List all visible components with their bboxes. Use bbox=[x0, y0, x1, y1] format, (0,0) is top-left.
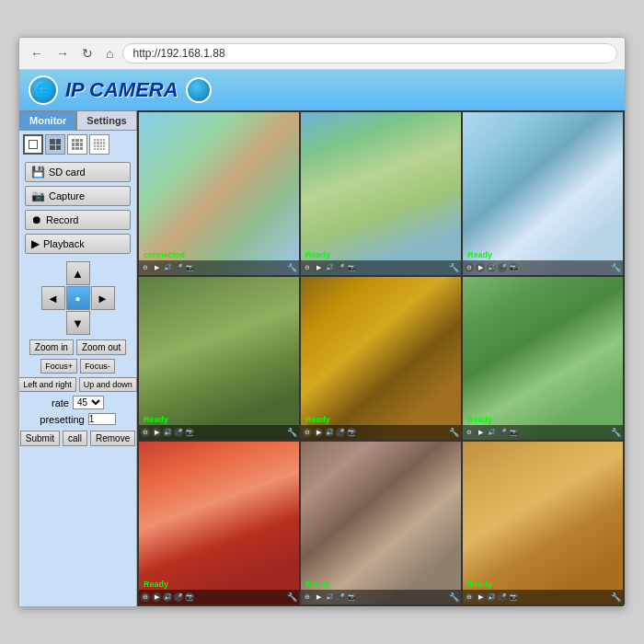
cam8-mic[interactable]: 🎤 bbox=[336, 592, 345, 602]
tab-monitor[interactable]: Monitor bbox=[19, 110, 76, 131]
cam6-status: Ready bbox=[465, 414, 495, 425]
cam1-mic[interactable]: 🎤 bbox=[174, 263, 183, 272]
ptz-grid: ▲ ◄ ● ► ▼ bbox=[41, 261, 115, 335]
zoom-in-button[interactable]: Zoom in bbox=[29, 339, 74, 355]
playback-button[interactable]: ▶ Playback bbox=[25, 234, 131, 254]
view-3x3[interactable] bbox=[67, 134, 87, 155]
cam4-mic[interactable]: 🎤 bbox=[174, 428, 183, 437]
cam6-snap[interactable]: 📷 bbox=[509, 428, 518, 437]
cam9-vol[interactable]: 🔊 bbox=[487, 592, 496, 602]
address-bar[interactable] bbox=[122, 43, 617, 63]
forward-button[interactable]: → bbox=[52, 44, 73, 63]
presetting-input[interactable] bbox=[88, 413, 116, 425]
cam3-play[interactable]: ▶ bbox=[476, 263, 485, 272]
cam9-stop[interactable]: ⊖ bbox=[465, 592, 474, 602]
remove-button[interactable]: Remove bbox=[90, 431, 135, 446]
ptz-down[interactable]: ▼ bbox=[66, 311, 90, 335]
ptz-center[interactable]: ● bbox=[66, 286, 90, 310]
cam2-play[interactable]: ▶ bbox=[314, 263, 323, 272]
sdcard-icon: 💾 bbox=[31, 166, 45, 178]
cam6-vol[interactable]: 🔊 bbox=[487, 428, 496, 437]
cam3-mic[interactable]: 🎤 bbox=[498, 263, 507, 272]
focus-row: Focus+ Focus- bbox=[40, 359, 114, 374]
cam4-vol[interactable]: 🔊 bbox=[163, 428, 172, 437]
main-content: Monitor Settings bbox=[19, 110, 625, 606]
ptz-left[interactable]: ◄ bbox=[41, 286, 65, 310]
cam5-play[interactable]: ▶ bbox=[314, 428, 323, 437]
home-button[interactable]: ⌂ bbox=[102, 44, 117, 63]
cam6-settings[interactable]: 🔧 bbox=[611, 428, 621, 437]
focus-minus-button[interactable]: Focus- bbox=[80, 359, 115, 374]
back-button[interactable]: ← bbox=[27, 44, 47, 63]
cam4-snap[interactable]: 📷 bbox=[185, 428, 194, 437]
view-1x1[interactable] bbox=[23, 134, 43, 155]
view-4x4[interactable] bbox=[89, 134, 109, 155]
cam5-vol[interactable]: 🔊 bbox=[325, 428, 334, 437]
cam9-play[interactable]: ▶ bbox=[476, 592, 485, 602]
capture-icon: 📷 bbox=[31, 190, 45, 202]
tab-settings[interactable]: Settings bbox=[76, 110, 136, 131]
cam7-snap[interactable]: 📷 bbox=[185, 592, 194, 602]
cam6-play[interactable]: ▶ bbox=[476, 428, 485, 437]
cam1-vol[interactable]: 🔊 bbox=[163, 263, 172, 272]
cam3-settings[interactable]: 🔧 bbox=[611, 263, 621, 272]
app-header: 🌐 IP CAMERA bbox=[19, 70, 625, 110]
cam2-stop[interactable]: ⊖ bbox=[303, 263, 312, 272]
cam1-play[interactable]: ▶ bbox=[152, 263, 161, 272]
cam1-settings[interactable]: 🔧 bbox=[287, 263, 297, 272]
cam7-vol[interactable]: 🔊 bbox=[163, 592, 172, 602]
ptz-up[interactable]: ▲ bbox=[66, 261, 90, 285]
cam4-settings[interactable]: 🔧 bbox=[287, 428, 297, 437]
view-2x2[interactable] bbox=[45, 134, 65, 155]
ptz-right[interactable]: ► bbox=[91, 286, 115, 310]
sdcard-button[interactable]: 💾 SD card bbox=[25, 162, 131, 182]
cam7-stop[interactable]: ⊖ bbox=[141, 592, 150, 602]
cam3-controls: ⊖ ▶ 🔊 🎤 📷 🔧 bbox=[463, 260, 623, 275]
refresh-button[interactable]: ↻ bbox=[78, 44, 97, 63]
left-right-button[interactable]: Left and right bbox=[19, 377, 76, 392]
focus-plus-button[interactable]: Focus+ bbox=[40, 359, 77, 374]
cam6-mic[interactable]: 🎤 bbox=[498, 428, 507, 437]
cam2-settings[interactable]: 🔧 bbox=[449, 263, 459, 272]
cam9-status: Ready bbox=[465, 579, 495, 590]
globe-icon-left: 🌐 bbox=[29, 75, 58, 105]
cam7-settings[interactable]: 🔧 bbox=[287, 592, 297, 602]
cam2-mic[interactable]: 🎤 bbox=[336, 263, 345, 272]
zoom-out-button[interactable]: Zoom out bbox=[76, 339, 126, 355]
cam5-mic[interactable]: 🎤 bbox=[336, 428, 345, 437]
cam8-snap[interactable]: 📷 bbox=[347, 592, 356, 602]
cam5-controls: ⊖ ▶ 🔊 🎤 📷 🔧 bbox=[301, 425, 461, 440]
rate-select[interactable]: 45 bbox=[73, 396, 104, 409]
cam8-stop[interactable]: ⊖ bbox=[303, 592, 312, 602]
cam9-settings[interactable]: 🔧 bbox=[611, 592, 621, 602]
cam3-vol[interactable]: 🔊 bbox=[487, 263, 496, 272]
cam8-settings[interactable]: 🔧 bbox=[449, 592, 459, 602]
cam9-snap[interactable]: 📷 bbox=[509, 592, 518, 602]
cam3-stop[interactable]: ⊖ bbox=[465, 263, 474, 272]
cam9-mic[interactable]: 🎤 bbox=[498, 592, 507, 602]
view-selector bbox=[19, 131, 136, 158]
cam8-play[interactable]: ▶ bbox=[314, 592, 323, 602]
cam2-snap[interactable]: 📷 bbox=[347, 263, 356, 272]
camera-cell-4: Ready ⊖ ▶ 🔊 🎤 📷 🔧 bbox=[139, 277, 299, 440]
cam5-settings[interactable]: 🔧 bbox=[449, 428, 459, 437]
cam5-snap[interactable]: 📷 bbox=[347, 428, 356, 437]
cam3-snap[interactable]: 📷 bbox=[509, 263, 518, 272]
cam1-snap[interactable]: 📷 bbox=[185, 263, 194, 272]
cam7-play[interactable]: ▶ bbox=[152, 592, 161, 602]
cam2-vol[interactable]: 🔊 bbox=[325, 263, 334, 272]
submit-button[interactable]: Submit bbox=[20, 431, 60, 446]
cam4-play[interactable]: ▶ bbox=[152, 428, 161, 437]
cam7-mic[interactable]: 🎤 bbox=[174, 592, 183, 602]
up-down-button[interactable]: Up and down bbox=[79, 377, 137, 392]
record-button[interactable]: ⏺ Record bbox=[25, 210, 131, 230]
cam4-stop[interactable]: ⊖ bbox=[141, 428, 150, 437]
cam8-vol[interactable]: 🔊 bbox=[325, 592, 334, 602]
record-icon: ⏺ bbox=[31, 213, 42, 226]
capture-button[interactable]: 📷 Capture bbox=[25, 186, 131, 206]
cam1-stop[interactable]: ⊖ bbox=[141, 263, 150, 272]
call-button[interactable]: call bbox=[63, 431, 87, 446]
camera-cell-2: Ready ⊖ ▶ 🔊 🎤 📷 🔧 bbox=[301, 112, 461, 275]
cam5-stop[interactable]: ⊖ bbox=[303, 428, 312, 437]
cam6-stop[interactable]: ⊖ bbox=[465, 428, 474, 437]
